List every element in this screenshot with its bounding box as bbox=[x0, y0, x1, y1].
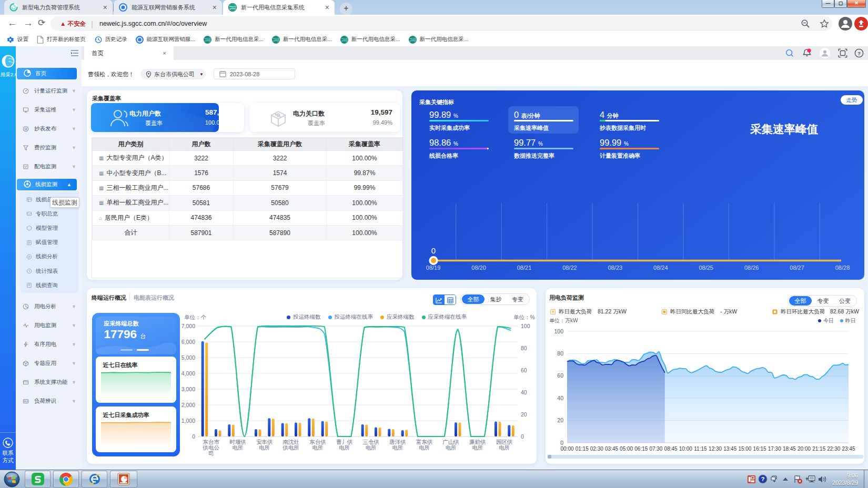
svg-text:40: 40 bbox=[521, 389, 527, 395]
svg-text:6,000: 6,000 bbox=[181, 339, 195, 345]
svg-text:100: 100 bbox=[554, 328, 563, 334]
svg-text:电所: 电所 bbox=[259, 444, 270, 451]
svg-text:08/21: 08/21 bbox=[517, 265, 532, 271]
svg-text:电所: 电所 bbox=[472, 444, 483, 451]
svg-text:18:45: 18:45 bbox=[783, 446, 796, 452]
svg-text:23:45: 23:45 bbox=[842, 446, 855, 452]
svg-text:0: 0 bbox=[521, 433, 524, 440]
svg-text:0: 0 bbox=[192, 433, 195, 440]
svg-text:80: 80 bbox=[557, 350, 563, 357]
svg-text:08/28: 08/28 bbox=[835, 265, 850, 271]
svg-text:0: 0 bbox=[431, 246, 436, 255]
svg-text:60: 60 bbox=[521, 367, 527, 373]
svg-text:60: 60 bbox=[557, 372, 563, 379]
svg-text:1,000: 1,000 bbox=[181, 418, 195, 424]
svg-text:0: 0 bbox=[560, 440, 563, 446]
svg-text:20: 20 bbox=[557, 417, 563, 423]
svg-text:80: 80 bbox=[521, 345, 527, 351]
svg-text:电所: 电所 bbox=[499, 444, 510, 451]
svg-text:电所: 电所 bbox=[339, 444, 350, 451]
svg-text:电所: 电所 bbox=[392, 444, 403, 451]
svg-text:03:45: 03:45 bbox=[605, 446, 618, 452]
svg-text:00:00: 00:00 bbox=[560, 446, 573, 452]
svg-text:20: 20 bbox=[521, 411, 527, 418]
svg-text:15:00: 15:00 bbox=[738, 446, 751, 452]
svg-text:08/19: 08/19 bbox=[426, 265, 441, 271]
svg-text:21:15: 21:15 bbox=[812, 446, 825, 452]
svg-text:4,000: 4,000 bbox=[181, 370, 195, 377]
svg-text:02:30: 02:30 bbox=[590, 446, 603, 452]
svg-text:?: ? bbox=[761, 476, 765, 482]
svg-text:22:30: 22:30 bbox=[827, 446, 840, 452]
svg-text:电所: 电所 bbox=[233, 444, 244, 451]
svg-text:?: ? bbox=[857, 50, 861, 56]
svg-text:01:15: 01:15 bbox=[576, 446, 589, 452]
svg-text:司: 司 bbox=[208, 450, 214, 456]
svg-text:17:30: 17:30 bbox=[768, 446, 781, 452]
svg-text:08:45: 08:45 bbox=[664, 446, 678, 452]
svg-text:08/22: 08/22 bbox=[562, 265, 577, 271]
svg-text:13:45: 13:45 bbox=[723, 446, 736, 452]
svg-text:电所: 电所 bbox=[419, 444, 430, 451]
svg-text:08/23: 08/23 bbox=[608, 265, 623, 271]
svg-text:08/27: 08/27 bbox=[790, 265, 804, 271]
svg-text:电所: 电所 bbox=[446, 444, 457, 451]
svg-text:5,000: 5,000 bbox=[181, 354, 195, 361]
svg-text:2,000: 2,000 bbox=[181, 402, 195, 408]
svg-text:05:00: 05:00 bbox=[620, 446, 633, 452]
svg-text:100: 100 bbox=[521, 323, 530, 329]
svg-text:11:15: 11:15 bbox=[694, 446, 707, 452]
svg-text:电所: 电所 bbox=[366, 444, 377, 451]
svg-text:供电所: 供电所 bbox=[282, 444, 300, 451]
svg-text:20:00: 20:00 bbox=[798, 446, 811, 452]
svg-text:12:30: 12:30 bbox=[709, 446, 722, 452]
svg-text:3,000: 3,000 bbox=[181, 386, 195, 392]
svg-text:08/20: 08/20 bbox=[471, 265, 486, 271]
svg-text:电所: 电所 bbox=[312, 444, 324, 451]
svg-text:07:30: 07:30 bbox=[649, 446, 662, 452]
svg-text:08/24: 08/24 bbox=[653, 265, 668, 271]
svg-text:08/26: 08/26 bbox=[744, 265, 759, 271]
svg-text:10:00: 10:00 bbox=[679, 446, 692, 452]
svg-text:08/25: 08/25 bbox=[699, 265, 713, 271]
svg-text:7,000: 7,000 bbox=[181, 323, 195, 329]
svg-text:40: 40 bbox=[557, 395, 563, 401]
svg-text:06:15: 06:15 bbox=[634, 446, 648, 452]
svg-text:16:15: 16:15 bbox=[753, 446, 766, 452]
